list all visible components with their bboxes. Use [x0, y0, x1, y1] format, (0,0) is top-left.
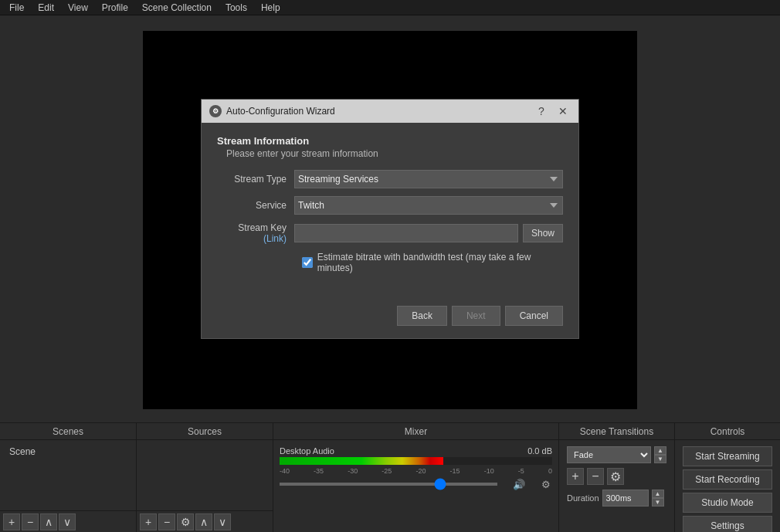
add-source-button[interactable]: + [140, 513, 157, 530]
service-row: Service Twitch YouTube Facebook Live [217, 196, 563, 215]
add-scene-button[interactable]: + [3, 513, 20, 530]
menu-scene-collection[interactable]: Scene Collection [136, 1, 218, 15]
transition-config-button[interactable]: ⚙ [607, 468, 624, 485]
sources-toolbar: + − ⚙ ∧ ∨ [137, 510, 273, 532]
mixer-settings-button[interactable]: ⚙ [540, 478, 552, 490]
stream-key-input[interactable] [294, 224, 518, 242]
start-recording-button[interactable]: Start Recording [683, 469, 772, 490]
mixer-panel-content: Desktop Audio 0.0 dB -40 -35 -30 -25 -20… [273, 440, 558, 532]
dialog-footer: Back Next Cancel [202, 298, 578, 338]
meter-bar [280, 457, 552, 465]
sources-panel: Sources + − ⚙ ∧ ∨ [137, 423, 273, 532]
main-area: ⚙ Auto-Configuration Wizard ? ✕ Stream I… [0, 15, 780, 532]
dialog-title: Auto-Configuration Wizard [226, 106, 335, 117]
duration-spin-down[interactable]: ▼ [652, 498, 664, 507]
start-streaming-button[interactable]: Start Streaming [683, 446, 772, 466]
mixer-panel-header: Mixer [273, 423, 558, 440]
mixer-panel: Mixer Desktop Audio 0.0 dB -40 -35 -30 -… [273, 423, 559, 532]
menu-edit[interactable]: Edit [32, 1, 60, 15]
stream-key-link[interactable]: (Link) [263, 233, 287, 244]
auto-config-dialog: ⚙ Auto-Configuration Wizard ? ✕ Stream I… [201, 99, 579, 339]
menu-tools[interactable]: Tools [219, 1, 253, 15]
back-button[interactable]: Back [397, 306, 447, 326]
menu-file[interactable]: File [3, 1, 30, 15]
meter-scale: -40 -35 -30 -25 -20 -15 -10 -5 0 [280, 467, 552, 475]
mixer-channel-label: Desktop Audio [280, 446, 334, 456]
dialog-titlebar: ⚙ Auto-Configuration Wizard ? ✕ [202, 100, 578, 123]
dialog-content: Stream Information Please enter your str… [202, 123, 578, 298]
scenes-panel: Scenes Scene + − ∧ ∨ [0, 423, 137, 532]
service-label: Service [217, 200, 294, 211]
studio-mode-button[interactable]: Studio Mode [683, 493, 772, 513]
remove-source-button[interactable]: − [158, 513, 175, 530]
move-source-up-button[interactable]: ∧ [195, 513, 212, 530]
duration-input[interactable] [602, 490, 649, 507]
dialog-overlay: ⚙ Auto-Configuration Wizard ? ✕ Stream I… [0, 15, 780, 422]
remove-scene-button[interactable]: − [22, 513, 39, 530]
transition-type-select[interactable]: Fade [567, 446, 651, 463]
move-scene-up-button[interactable]: ∧ [40, 513, 57, 530]
scenes-panel-header: Scenes [0, 423, 136, 440]
dialog-close-button[interactable]: ✕ [555, 103, 571, 119]
cancel-button[interactable]: Cancel [505, 306, 563, 326]
menu-help[interactable]: Help [255, 1, 287, 15]
controls-panel-header: Controls [675, 423, 780, 440]
stream-type-label: Stream Type [217, 174, 294, 185]
transition-spin-up[interactable]: ▲ [654, 446, 666, 455]
stream-key-row: Stream Key (Link) Show [217, 222, 563, 244]
dialog-help-button[interactable]: ? [534, 103, 549, 119]
meter-fill [280, 457, 443, 465]
preview-area: ⚙ Auto-Configuration Wizard ? ✕ Stream I… [0, 15, 780, 422]
controls-panel-content: Start Streaming Start Recording Studio M… [675, 440, 780, 532]
add-transition-button[interactable]: + [567, 468, 584, 485]
move-scene-down-button[interactable]: ∨ [59, 513, 76, 530]
settings-button[interactable]: Settings [683, 516, 772, 532]
menu-bar: File Edit View Profile Scene Collection … [0, 0, 780, 15]
scene-item[interactable]: Scene [3, 443, 133, 460]
duration-spin-up[interactable]: ▲ [652, 490, 664, 498]
dialog-header: Stream Information Please enter your str… [217, 135, 563, 159]
estimate-bitrate-row: Estimate bitrate with bandwidth test (ma… [302, 252, 563, 273]
next-button[interactable]: Next [452, 306, 500, 326]
sources-panel-header: Sources [137, 423, 273, 440]
transition-spin-down[interactable]: ▼ [654, 455, 666, 463]
estimate-bitrate-checkbox[interactable] [302, 257, 313, 268]
transitions-panel: Scene Transitions Fade ▲ ▼ + − [559, 423, 675, 532]
menu-view[interactable]: View [62, 1, 94, 15]
transitions-panel-header: Scene Transitions [559, 423, 674, 440]
mixer-db-value: 0.0 dB [527, 446, 552, 456]
stream-type-select[interactable]: Streaming Services Custom Streaming Serv… [294, 170, 563, 188]
stream-type-row: Stream Type Streaming Services Custom St… [217, 170, 563, 188]
dialog-icon: ⚙ [209, 105, 222, 117]
volume-slider[interactable] [280, 483, 497, 486]
mixer-channel: Desktop Audio 0.0 dB -40 -35 -30 -25 -20… [276, 443, 555, 493]
dialog-header-title: Stream Information [217, 135, 563, 147]
transitions-panel-content: Fade ▲ ▼ + − ⚙ Duration [559, 440, 674, 532]
show-stream-key-button[interactable]: Show [523, 224, 563, 242]
mute-button[interactable]: 🔊 [513, 478, 525, 490]
menu-profile[interactable]: Profile [96, 1, 134, 15]
scenes-toolbar: + − ∧ ∨ [0, 510, 136, 532]
service-select[interactable]: Twitch YouTube Facebook Live [294, 196, 563, 215]
remove-transition-button[interactable]: − [587, 468, 604, 485]
bottom-panels: Scenes Scene + − ∧ ∨ Sources + − ⚙ ∧ ∨ [0, 422, 780, 532]
sources-panel-content [137, 440, 273, 510]
move-source-down-button[interactable]: ∨ [214, 513, 231, 530]
dialog-header-subtitle: Please enter your stream information [217, 148, 563, 159]
duration-label: Duration [567, 493, 599, 503]
estimate-bitrate-label: Estimate bitrate with bandwidth test (ma… [317, 252, 563, 273]
stream-key-label: Stream Key (Link) [217, 222, 294, 244]
scenes-panel-content: Scene [0, 440, 136, 510]
controls-panel: Controls Start Streaming Start Recording… [675, 423, 780, 532]
source-settings-button[interactable]: ⚙ [177, 513, 194, 530]
